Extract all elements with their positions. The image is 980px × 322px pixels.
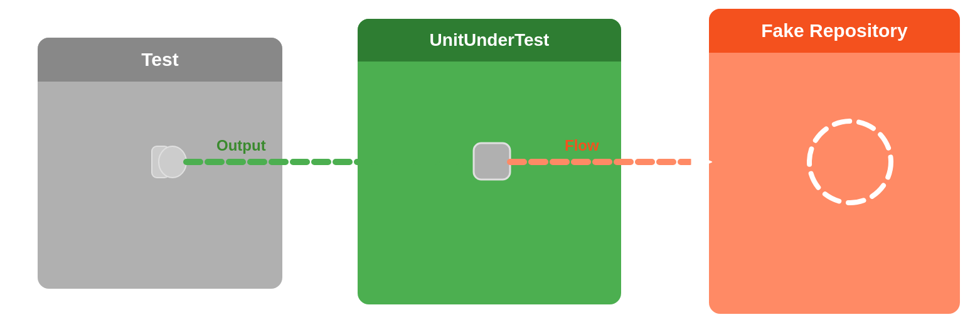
fake-box-header: Fake Repository <box>709 9 960 53</box>
unit-box-header: UnitUnderTest <box>358 19 621 62</box>
test-box: Test <box>38 38 282 289</box>
diagram: Test UnitUnderTest Fake Repository Outpu… <box>0 0 980 322</box>
fake-box-body <box>709 53 960 314</box>
unit-box: UnitUnderTest <box>358 19 621 304</box>
flow-label: Flow <box>565 137 599 154</box>
test-box-header: Test <box>38 38 282 82</box>
test-box-body <box>38 82 282 289</box>
unit-box-body <box>358 62 621 304</box>
output-label: Output <box>216 137 266 154</box>
fake-box: Fake Repository <box>709 9 960 314</box>
